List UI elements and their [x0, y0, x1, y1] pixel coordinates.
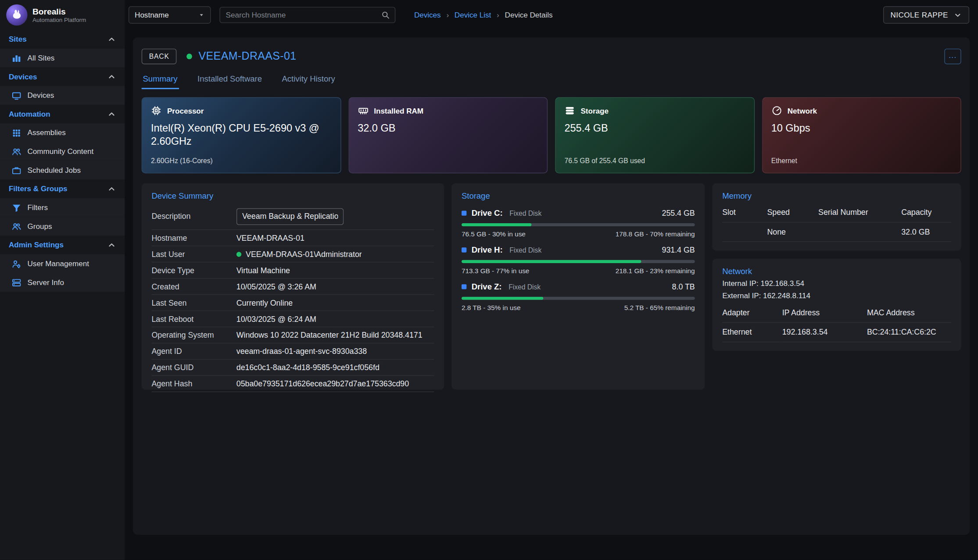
detail-panels: Device Summary Description Hostname VEEA…: [142, 183, 961, 390]
gauge-icon: [771, 105, 782, 116]
section-label: Devices: [9, 72, 37, 81]
sidebar-item-server-info[interactable]: Server Info: [0, 273, 125, 292]
caret-down-icon: [198, 12, 204, 18]
sidebar-section-filters-groups[interactable]: Filters & Groups: [0, 179, 125, 198]
sidebar-item-assemblies[interactable]: Assemblies: [0, 123, 125, 142]
panel-title: Device Summary: [151, 191, 434, 200]
section-label: Sites: [9, 35, 27, 44]
building-icon: [11, 54, 21, 63]
card-value: 10 Gbps: [771, 121, 943, 135]
internal-ip: Internal IP: 192.168.3.54: [722, 279, 951, 288]
summary-row: Operating System Windows 10 2022 Datacen…: [151, 327, 434, 343]
sidebar-item-scheduled-jobs[interactable]: Scheduled Jobs: [0, 161, 125, 180]
card-title: Network: [788, 106, 817, 115]
hostname-filter-dropdown[interactable]: Hostname: [129, 6, 211, 24]
sidebar-item-label: Server Info: [28, 278, 64, 287]
drive-remaining: 178.8 GB - 70% remaining: [616, 230, 695, 238]
cpu-icon: [151, 105, 161, 116]
drive-row: Drive C: Fixed Disk 255.4 GB 76.5 GB - 3…: [462, 208, 695, 238]
back-button[interactable]: BACK: [142, 48, 177, 64]
tab-installed-software[interactable]: Installed Software: [196, 71, 263, 89]
section-label: Automation: [9, 110, 50, 118]
sidebar-item-label: Community Content: [28, 147, 94, 156]
tab-summary[interactable]: Summary: [142, 71, 179, 89]
sidebar-item-community-content[interactable]: Community Content: [0, 142, 125, 161]
section-label: Admin Settings: [9, 241, 64, 250]
sidebar-item-groups[interactable]: Groups: [0, 217, 125, 236]
dropdown-selected-value: Hostname: [135, 11, 169, 19]
sidebar: Borealis Automation Platform Sites All S…: [0, 0, 125, 560]
processor-card: Processor Intel(R) Xeon(R) CPU E5-2690 v…: [142, 97, 341, 173]
column-header: Serial Number: [818, 203, 901, 222]
memory-panel: Memory Slot Speed Serial Number Capacity…: [712, 183, 961, 251]
sidebar-section-admin-settings[interactable]: Admin Settings: [0, 235, 125, 254]
summary-row: Created 10/05/2025 @ 3:26 AM: [151, 278, 434, 295]
installed-ram-card: Installed RAM 32.0 GB: [348, 97, 548, 173]
column-header: IP Address: [782, 303, 867, 323]
sidebar-item-label: User Management: [28, 259, 89, 268]
storage-panel: Storage Drive C: Fixed Disk 255.4 GB 76.…: [451, 183, 705, 390]
chevron-up-icon: [107, 35, 116, 44]
sidebar-item-label: Assemblies: [28, 128, 66, 137]
device-summary-panel: Device Summary Description Hostname VEEA…: [142, 183, 444, 390]
search-box: [219, 7, 395, 23]
drive-marker-icon: [462, 247, 466, 252]
brand: Borealis Automation Platform: [0, 0, 125, 30]
table-cell: [722, 222, 767, 242]
panel-title: Memory: [722, 191, 951, 200]
users-icon: [11, 221, 21, 231]
tab-bar: Summary Installed Software Activity Hist…: [142, 71, 961, 89]
drive-remaining: 218.1 GB - 23% remaining: [616, 267, 695, 274]
panel-title: Storage: [462, 191, 695, 200]
more-options-button[interactable]: ...: [944, 48, 961, 64]
sidebar-section-devices[interactable]: Devices: [0, 68, 125, 86]
borealis-logo: [6, 4, 27, 25]
briefcase-icon: [11, 165, 21, 175]
breadcrumb-current: Device Details: [505, 11, 553, 19]
breadcrumb-separator: ›: [446, 11, 449, 19]
drive-remaining: 5.2 TB - 65% remaining: [624, 303, 695, 311]
sidebar-section-automation[interactable]: Automation: [0, 105, 125, 124]
user-menu-button[interactable]: NICOLE RAPPE: [883, 6, 970, 24]
storage-card: Storage 255.4 GB 76.5 GB of 255.4 GB use…: [555, 97, 754, 173]
sidebar-item-label: Scheduled Jobs: [28, 166, 81, 175]
table-cell: BC:24:11:CA:C6:2C: [867, 323, 951, 342]
table-cell: Ethernet: [722, 323, 782, 342]
network-table: Adapter IP Address MAC Address Ethernet …: [722, 303, 951, 342]
tab-activity-history[interactable]: Activity History: [281, 71, 337, 89]
description-input[interactable]: [236, 208, 344, 225]
column-header: Adapter: [722, 303, 782, 323]
external-ip: External IP: 162.248.8.114: [722, 291, 951, 300]
chevron-up-icon: [107, 72, 116, 81]
breadcrumb-separator: ›: [497, 11, 499, 19]
card-subtext: 76.5 GB of 255.4 GB used: [565, 157, 745, 165]
sidebar-item-filters[interactable]: Filters: [0, 198, 125, 217]
sidebar-section-sites[interactable]: Sites: [0, 30, 125, 49]
sidebar-item-label: Devices: [28, 91, 54, 100]
breadcrumb-device-list[interactable]: Device List: [455, 11, 491, 19]
card-value: 32.0 GB: [358, 121, 529, 135]
card-subtext: Ethernet: [771, 157, 952, 165]
sidebar-item-user-management[interactable]: User Management: [0, 254, 125, 273]
stat-cards: Processor Intel(R) Xeon(R) CPU E5-2690 v…: [142, 97, 961, 173]
drive-in-use: 713.3 GB - 77% in use: [462, 267, 529, 274]
section-label: Filters & Groups: [9, 185, 68, 193]
table-cell: 192.168.3.54: [782, 323, 867, 342]
column-header: MAC Address: [867, 303, 951, 323]
sidebar-item-all-sites[interactable]: All Sites: [0, 49, 125, 68]
drive-usage-bar: [462, 260, 695, 263]
drive-marker-icon: [462, 210, 466, 215]
card-title: Processor: [167, 106, 204, 115]
sidebar-item-devices[interactable]: Devices: [0, 86, 125, 105]
funnel-icon: [11, 203, 21, 212]
breadcrumb-devices[interactable]: Devices: [414, 11, 441, 19]
network-panel: Network Internal IP: 192.168.3.54 Extern…: [712, 259, 961, 351]
topbar: Hostname Devices › Device List › Device …: [125, 0, 978, 30]
search-icon[interactable]: [381, 11, 390, 19]
table-cell: None: [767, 222, 819, 242]
app-root: Borealis Automation Platform Sites All S…: [0, 0, 978, 560]
sidebar-item-label: Filters: [28, 203, 48, 212]
search-input[interactable]: [220, 11, 381, 19]
page-title: VEEAM-DRAAS-01: [199, 50, 297, 63]
drive-row: Drive H: Fixed Disk 931.4 GB 713.3 GB - …: [462, 245, 695, 275]
